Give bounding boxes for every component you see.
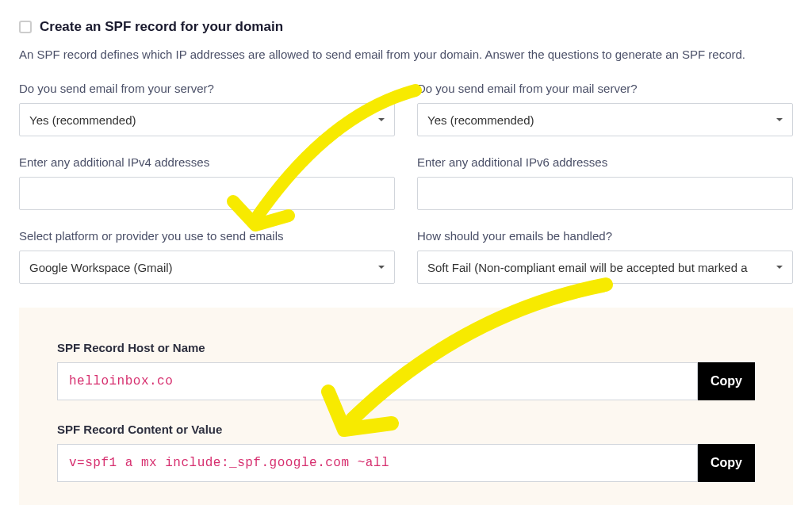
spf-host-value: helloinbox.co xyxy=(57,362,698,400)
send-from-server-select[interactable]: Yes (recommended) xyxy=(19,103,395,136)
send-from-mail-server-select[interactable]: Yes (recommended) xyxy=(417,103,793,136)
ipv4-label: Enter any additional IPv4 addresses xyxy=(19,155,395,169)
create-spf-checkbox[interactable] xyxy=(19,21,32,33)
description-text: An SPF record defines which IP addresses… xyxy=(19,46,793,63)
ipv4-input[interactable] xyxy=(19,177,395,210)
send-from-mail-server-label: Do you send email from your mail server? xyxy=(417,82,793,95)
spf-content-value: v=spf1 a mx include:_spf.google.com ~all xyxy=(57,444,698,482)
ipv6-label: Enter any additional IPv6 addresses xyxy=(417,155,793,169)
handling-label: How should your emails be handled? xyxy=(417,229,793,243)
platform-label: Select platform or provider you use to s… xyxy=(19,229,395,243)
platform-select[interactable]: Google Workspace (Gmail) xyxy=(19,251,395,284)
handling-select[interactable]: Soft Fail (Non-compliant email will be a… xyxy=(417,251,793,284)
copy-host-button[interactable]: Copy xyxy=(698,362,755,400)
page-title: Create an SPF record for your domain xyxy=(40,19,283,35)
ipv6-input[interactable] xyxy=(417,177,793,210)
send-from-server-label: Do you send email from your server? xyxy=(19,82,395,95)
spf-host-label: SPF Record Host or Name xyxy=(57,341,755,354)
spf-content-label: SPF Record Content or Value xyxy=(57,423,755,436)
copy-content-button[interactable]: Copy xyxy=(698,444,755,482)
